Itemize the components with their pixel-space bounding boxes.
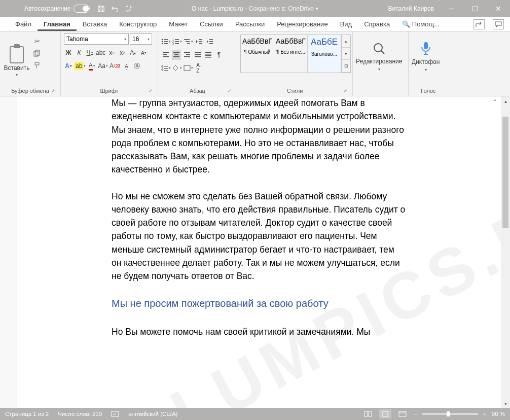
zoom-level[interactable]: 90 % xyxy=(492,411,505,417)
zoom-out-icon[interactable]: − xyxy=(414,411,417,417)
dictate-button[interactable]: Диктофон ▾ xyxy=(412,33,440,79)
scroll-up-icon[interactable]: ▴ xyxy=(501,96,510,106)
svg-point-2 xyxy=(162,39,163,41)
print-layout-icon[interactable] xyxy=(379,409,391,418)
web-layout-icon[interactable] xyxy=(396,409,409,418)
paragraph-3[interactable]: Но Вы можете помочь нам своей критикой и… xyxy=(112,325,406,338)
style-nospacing[interactable]: АаБбВвГ ¶ Без инте... xyxy=(274,35,308,73)
styles-scroll-up-icon[interactable]: ▴ xyxy=(342,35,350,48)
svg-rect-29 xyxy=(184,52,190,53)
change-case-button[interactable]: Aa▾ xyxy=(98,61,108,71)
show-marks-button[interactable]: ¶ xyxy=(214,50,224,60)
minimize-button[interactable]: ─ xyxy=(440,0,463,17)
user-name[interactable]: Виталий Каиров xyxy=(388,5,434,12)
tab-help[interactable]: Справка xyxy=(358,18,396,31)
word-count[interactable]: Число слов: 210 xyxy=(58,411,102,417)
highlight-button[interactable]: ab▾ xyxy=(75,61,86,71)
increase-indent-button[interactable] xyxy=(205,37,214,47)
heading-1[interactable]: Мы не просим пожертвований за свою работ… xyxy=(112,296,406,311)
collapse-ribbon-icon[interactable]: ˄ xyxy=(491,97,500,107)
shading-button[interactable]: ▾ xyxy=(172,63,182,73)
italic-button[interactable]: К xyxy=(75,48,84,58)
zoom-in-icon[interactable]: + xyxy=(483,411,487,417)
scroll-down-icon[interactable]: ▾ xyxy=(501,399,510,408)
multilevel-button[interactable]: ▾ xyxy=(184,37,193,47)
bold-button[interactable]: Ж xyxy=(64,48,73,58)
tab-insert[interactable]: Вставка xyxy=(77,18,113,31)
shrink-font-button[interactable]: A▾ xyxy=(139,48,148,58)
clear-formatting-button[interactable]: A⌫ xyxy=(110,61,120,71)
language-indicator[interactable]: английский (США) xyxy=(128,411,177,417)
dialog-launcher-icon[interactable]: ⤢ xyxy=(342,88,348,94)
share-icon[interactable] xyxy=(473,19,485,29)
saved-location[interactable]: - Сохранено в: OneDrive xyxy=(245,5,314,12)
scroll-thumb[interactable] xyxy=(502,117,508,228)
superscript-button[interactable]: x2 xyxy=(118,48,127,58)
justify-button[interactable] xyxy=(193,50,202,60)
numbering-button[interactable]: 123▾ xyxy=(172,37,182,47)
editing-button[interactable]: Редактирование ▾ xyxy=(356,33,402,79)
vertical-scrollbar[interactable]: ▴ ▾ xyxy=(501,96,510,408)
tab-layout[interactable]: Макет xyxy=(163,18,194,31)
phonetic-guide-button[interactable]: A̬ xyxy=(122,61,131,71)
tab-view[interactable]: Вид xyxy=(334,18,358,31)
zoom-slider[interactable] xyxy=(422,413,478,415)
tab-home[interactable]: Главная xyxy=(38,18,77,31)
font-size-combo[interactable]: 16▾ xyxy=(130,33,152,45)
tab-tellme[interactable]: 🔍 Помощ... xyxy=(396,18,446,31)
style-normal[interactable]: АаБбВвГ ¶ Обычный xyxy=(241,35,274,73)
styles-expand-icon[interactable]: ⊟ xyxy=(342,60,350,73)
align-right-button[interactable] xyxy=(183,50,192,60)
dialog-launcher-icon[interactable]: ⤢ xyxy=(50,88,56,94)
tab-mailings[interactable]: Рассылки xyxy=(229,18,271,31)
tab-design[interactable]: Конструктор xyxy=(113,18,163,31)
undo-icon[interactable] xyxy=(111,5,119,13)
maximize-button[interactable]: ☐ xyxy=(463,0,487,17)
tab-references[interactable]: Ссылки xyxy=(194,18,229,31)
strikethrough-button[interactable]: abc xyxy=(96,48,105,58)
document-page[interactable]: Мы — группа энтузиастов, одержимых идеей… xyxy=(112,96,406,352)
page-canvas[interactable]: ˄ LUMPICS.RU Мы — группа энтузиастов, од… xyxy=(17,96,501,408)
toggle-switch-icon[interactable] xyxy=(74,5,90,13)
line-spacing-button[interactable]: ▾ xyxy=(161,63,171,73)
underline-button[interactable]: Ч▾ xyxy=(85,48,94,58)
style-gallery[interactable]: АаБбВвГ ¶ Обычный АаБбВвГ ¶ Без инте... … xyxy=(240,34,351,73)
grow-font-button[interactable]: A▴ xyxy=(128,48,137,58)
save-icon[interactable] xyxy=(97,5,105,13)
font-name-combo[interactable]: Tahoma▾ xyxy=(64,33,129,45)
format-painter-icon[interactable] xyxy=(32,61,42,70)
tab-review[interactable]: Рецензирование xyxy=(271,18,334,31)
align-left-button[interactable] xyxy=(161,50,170,60)
proofing-icon[interactable] xyxy=(111,410,119,417)
autosave-toggle[interactable]: Автосохранение xyxy=(24,5,90,13)
sort-button[interactable]: A↓Z xyxy=(195,63,204,73)
tab-file[interactable]: Файл xyxy=(9,18,38,31)
bullets-button[interactable]: ▾ xyxy=(161,37,171,47)
text-effects-button[interactable]: A▾ xyxy=(64,61,73,71)
style-heading1[interactable]: АаБбЕ Заголово... xyxy=(308,35,341,73)
dialog-launcher-icon[interactable]: ⤢ xyxy=(148,88,154,94)
subscript-button[interactable]: x2 xyxy=(107,48,116,58)
enclose-characters-button[interactable]: ⓐ xyxy=(132,61,141,71)
copy-icon[interactable] xyxy=(32,49,42,58)
svg-rect-27 xyxy=(174,54,178,55)
distributed-button[interactable] xyxy=(204,50,213,60)
comments-icon[interactable] xyxy=(493,19,504,29)
chevron-down-icon[interactable]: ▾ xyxy=(316,6,318,11)
dialog-launcher-icon[interactable]: ⤢ xyxy=(227,88,233,94)
read-mode-icon[interactable] xyxy=(362,409,374,418)
borders-button[interactable]: ▾ xyxy=(184,63,193,73)
page-indicator[interactable]: Страница 1 из 2 xyxy=(5,411,49,417)
close-button[interactable]: ✕ xyxy=(487,0,510,17)
clipboard-icon xyxy=(10,46,24,63)
decrease-indent-button[interactable] xyxy=(195,37,204,47)
group-label-voice: Голос xyxy=(412,86,445,96)
paragraph-1[interactable]: Мы — группа энтузиастов, одержимых идеей… xyxy=(112,96,406,177)
cut-icon[interactable]: ✂ xyxy=(32,37,42,46)
align-center-button[interactable] xyxy=(172,50,181,60)
redo-icon[interactable] xyxy=(125,5,133,13)
font-color-button[interactable]: A▾ xyxy=(87,61,96,71)
styles-scroll-down-icon[interactable]: ▾ xyxy=(342,48,350,60)
paste-button[interactable]: Вставить ▾ xyxy=(3,33,30,86)
paragraph-2[interactable]: Но мы не сможем это сделать без Вашей об… xyxy=(112,190,406,283)
